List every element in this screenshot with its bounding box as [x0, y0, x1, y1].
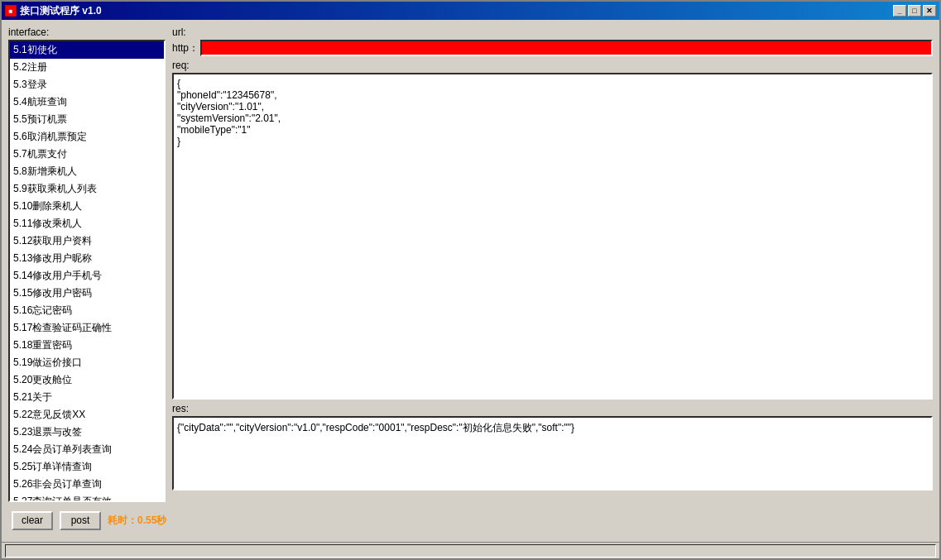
list-item[interactable]: 5.10删除乘机人 — [10, 198, 164, 215]
maximize-button[interactable]: □ — [908, 5, 921, 17]
list-item[interactable]: 5.21关于 — [10, 389, 164, 406]
list-item[interactable]: 5.3登录 — [10, 76, 164, 93]
status-bar — [2, 542, 939, 558]
status-panel — [5, 544, 936, 558]
res-label: res: — [172, 403, 933, 414]
list-item[interactable]: 5.20更改舱位 — [10, 371, 164, 389]
main-area: interface: 5.1初使化5.2注册5.3登录5.4航班查询5.5预订机… — [8, 26, 933, 502]
list-item[interactable]: 5.23退票与改签 — [10, 424, 164, 441]
list-item[interactable]: 5.12获取用户资料 — [10, 232, 164, 250]
res-section: res: {"cityData":"","cityVersion":"v1.0"… — [172, 403, 933, 502]
list-item[interactable]: 5.16忘记密码 — [10, 302, 164, 319]
window-icon: ■ — [5, 5, 17, 17]
list-item[interactable]: 5.14修改用户手机号 — [10, 267, 164, 285]
clear-button[interactable]: clear — [12, 511, 53, 530]
interface-label: interface: — [8, 26, 166, 38]
list-item[interactable]: 5.25订单详情查询 — [10, 458, 164, 476]
list-item[interactable]: 5.2注册 — [10, 59, 164, 76]
interface-list[interactable]: 5.1初使化5.2注册5.3登录5.4航班查询5.5预订机票5.6取消机票预定5… — [10, 41, 164, 500]
req-textarea[interactable] — [174, 74, 931, 398]
title-bar: ■ 接口测试程序 v1.0 _ □ ✕ — [2, 2, 939, 20]
list-item[interactable]: 5.1初使化 — [10, 41, 164, 59]
list-item[interactable]: 5.11修改乘机人 — [10, 215, 164, 232]
list-item[interactable]: 5.5预订机票 — [10, 111, 164, 128]
url-prefix: http： — [172, 41, 199, 55]
list-item[interactable]: 5.7机票支付 — [10, 146, 164, 163]
list-item[interactable]: 5.27查询订单是否有效 — [10, 493, 164, 500]
window-content: interface: 5.1初使化5.2注册5.3登录5.4航班查询5.5预订机… — [2, 20, 939, 542]
url-section: url: http： — [172, 26, 933, 56]
res-container[interactable]: {"cityData":"","cityVersion":"v1.0","res… — [172, 416, 933, 491]
timing-text: 耗时：0.55秒 — [108, 514, 166, 528]
close-button[interactable]: ✕ — [923, 5, 936, 17]
url-input-wrapper: http： — [172, 40, 933, 56]
title-bar-left: ■ 接口测试程序 v1.0 — [5, 4, 102, 18]
list-item[interactable]: 5.9获取乘机人列表 — [10, 180, 164, 198]
list-item[interactable]: 5.15修改用户密码 — [10, 285, 164, 302]
req-textarea-container — [172, 73, 933, 400]
list-item[interactable]: 5.8新增乘机人 — [10, 163, 164, 180]
main-window: ■ 接口测试程序 v1.0 _ □ ✕ interface: 5.1初使化5.2… — [0, 0, 941, 560]
left-panel: interface: 5.1初使化5.2注册5.3登录5.4航班查询5.5预订机… — [8, 26, 166, 502]
list-item[interactable]: 5.26非会员订单查询 — [10, 476, 164, 493]
interface-list-container: 5.1初使化5.2注册5.3登录5.4航班查询5.5预订机票5.6取消机票预定5… — [8, 40, 166, 502]
title-buttons: _ □ ✕ — [893, 5, 936, 17]
list-item[interactable]: 5.6取消机票预定 — [10, 128, 164, 146]
window-title: 接口测试程序 v1.0 — [20, 4, 102, 18]
req-label: req: — [172, 60, 933, 71]
list-item[interactable]: 5.18重置密码 — [10, 337, 164, 354]
post-button[interactable]: post — [60, 511, 101, 530]
list-item[interactable]: 5.22意见反馈XX — [10, 406, 164, 424]
right-panel: url: http： req: res: — [172, 26, 933, 502]
req-section: req: — [172, 60, 933, 400]
minimize-button[interactable]: _ — [893, 5, 906, 17]
list-item[interactable]: 5.4航班查询 — [10, 93, 164, 111]
url-label: url: — [172, 26, 933, 38]
list-item[interactable]: 5.19做运价接口 — [10, 354, 164, 371]
url-input[interactable] — [200, 40, 933, 56]
list-item[interactable]: 5.24会员订单列表查询 — [10, 441, 164, 458]
bottom-bar: clear post 耗时：0.55秒 — [8, 505, 933, 535]
res-text: {"cityData":"","cityVersion":"v1.0","res… — [177, 422, 574, 433]
list-item[interactable]: 5.13修改用户昵称 — [10, 250, 164, 267]
list-item[interactable]: 5.17检查验证码正确性 — [10, 319, 164, 337]
